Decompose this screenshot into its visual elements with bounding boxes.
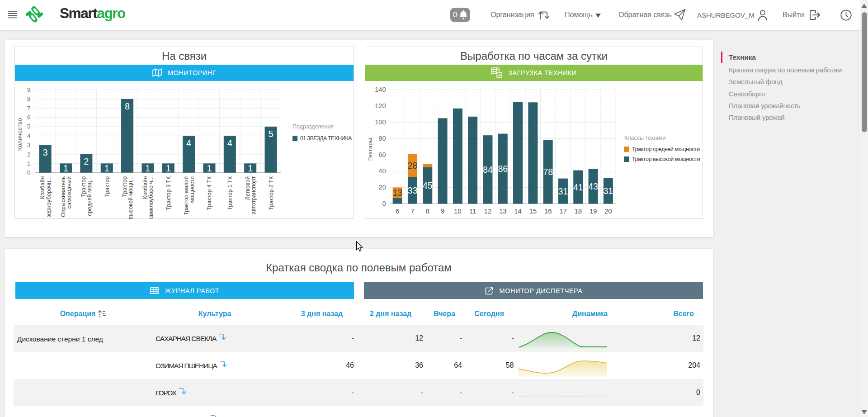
svg-text:Трактор 1 ТК: Трактор 1 ТК	[227, 176, 233, 210]
svg-text:84: 84	[483, 165, 493, 175]
svg-text:1: 1	[27, 160, 31, 167]
svg-text:Комбайн: Комбайн	[142, 176, 148, 199]
svg-text:1: 1	[207, 163, 212, 173]
svg-text:13: 13	[499, 207, 507, 215]
svg-text:2: 2	[27, 151, 31, 158]
svg-text:78: 78	[543, 167, 553, 177]
svg-text:43: 43	[588, 181, 598, 191]
svg-text:автотранспорт: автотранспорт	[250, 176, 257, 214]
svg-text:31: 31	[558, 186, 568, 196]
svg-text:100: 100	[375, 118, 386, 126]
svg-text:0: 0	[27, 169, 31, 176]
svg-text:60: 60	[378, 151, 386, 158]
svg-text:Трактор: Трактор	[104, 176, 110, 197]
svg-text:41: 41	[573, 182, 583, 192]
svg-text:2: 2	[84, 156, 89, 166]
svg-text:свеклоуборо ч...: свеклоуборо ч...	[148, 176, 154, 219]
svg-text:12: 12	[484, 207, 492, 215]
svg-text:13: 13	[392, 188, 402, 198]
svg-text:40: 40	[378, 167, 386, 175]
svg-text:5: 5	[27, 123, 31, 130]
svg-text:20: 20	[604, 207, 612, 215]
svg-text:Трактор 3 ТК: Трактор 3 ТК	[165, 176, 172, 210]
svg-text:6: 6	[396, 207, 399, 215]
svg-text:Трактор 2 ТК: Трактор 2 ТК	[268, 176, 274, 210]
svg-text:17: 17	[559, 207, 567, 215]
svg-text:Трактор: Трактор	[80, 176, 87, 197]
svg-text:86: 86	[498, 164, 508, 174]
svg-text:5: 5	[268, 129, 273, 139]
svg-text:3: 3	[43, 147, 48, 157]
svg-text:120: 120	[375, 102, 386, 109]
svg-text:Трактор: Трактор	[122, 176, 128, 197]
svg-text:8: 8	[125, 101, 130, 111]
svg-text:33: 33	[408, 185, 418, 195]
svg-text:0: 0	[382, 200, 386, 207]
svg-text:8: 8	[426, 207, 429, 215]
svg-text:4: 4	[227, 138, 232, 148]
svg-text:1: 1	[104, 163, 109, 173]
svg-text:Легковой: Легковой	[245, 176, 251, 200]
svg-text:140: 140	[375, 86, 386, 93]
svg-text:3: 3	[27, 142, 31, 148]
svg-text:80: 80	[378, 135, 386, 142]
svg-text:Трактор 4 ТК: Трактор 4 ТК	[206, 176, 212, 210]
svg-text:Трактор малой: Трактор малой	[183, 176, 189, 215]
svg-text:10: 10	[454, 207, 462, 215]
svg-text:4: 4	[186, 138, 191, 148]
svg-text:19: 19	[590, 207, 597, 215]
svg-text:мощности: мощности	[189, 176, 195, 203]
svg-text:Количество: Количество	[16, 118, 23, 151]
svg-text:28: 28	[408, 161, 418, 171]
svg-text:31: 31	[603, 186, 613, 196]
svg-text:4: 4	[27, 133, 31, 139]
svg-text:6: 6	[27, 114, 31, 121]
svg-text:15: 15	[529, 207, 537, 215]
svg-text:Опрыскиватель: Опрыскиватель	[60, 176, 66, 217]
svg-text:1: 1	[145, 163, 150, 173]
svg-text:20: 20	[378, 184, 386, 191]
svg-text:14: 14	[514, 207, 522, 215]
svg-text:Гектары: Гектары	[367, 138, 373, 161]
svg-text:самоходный: самоходный	[66, 176, 72, 209]
svg-text:9: 9	[27, 86, 31, 93]
svg-text:7: 7	[27, 105, 31, 112]
svg-text:11: 11	[469, 207, 476, 215]
svg-text:зерноуборочн...: зерноуборочн...	[46, 176, 52, 218]
svg-text:средней мощ...: средней мощ...	[86, 176, 93, 216]
svg-text:1: 1	[63, 163, 68, 173]
svg-text:45: 45	[423, 180, 433, 190]
svg-text:Комбайн: Комбайн	[39, 176, 46, 199]
svg-text:7: 7	[410, 207, 414, 215]
svg-text:8: 8	[27, 95, 31, 102]
svg-text:1: 1	[166, 163, 171, 173]
svg-text:9: 9	[441, 207, 444, 215]
svg-text:1: 1	[248, 163, 253, 173]
svg-text:16: 16	[544, 207, 552, 215]
svg-text:18: 18	[574, 207, 582, 215]
svg-text:высокой мощн...: высокой мощн...	[127, 176, 134, 219]
